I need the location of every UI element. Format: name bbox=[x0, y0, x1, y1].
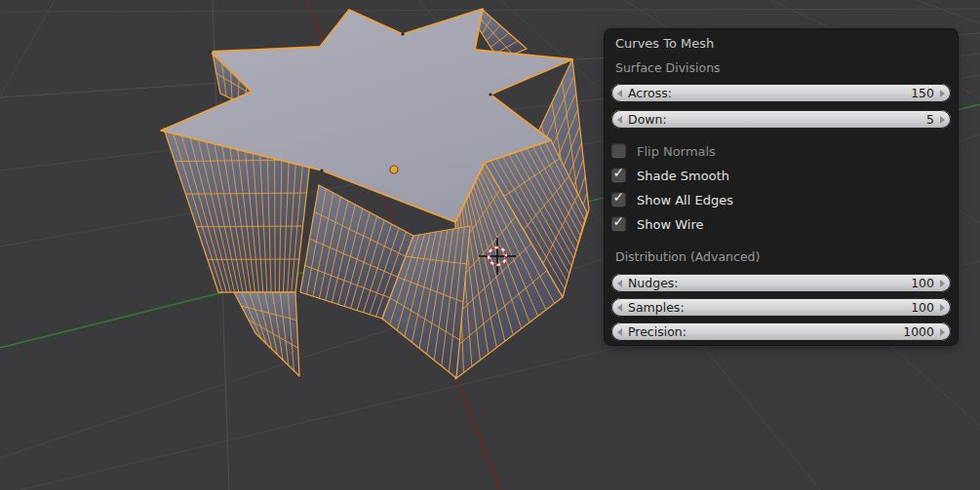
checkbox-box[interactable]: ✓ bbox=[611, 192, 626, 207]
slider-increase-arrow-icon[interactable] bbox=[940, 328, 945, 336]
slider-value: 1000 bbox=[903, 324, 934, 339]
checkbox-label: Show Wire bbox=[637, 217, 703, 232]
slider-decrease-arrow-icon[interactable] bbox=[617, 280, 622, 287]
slider-value: 100 bbox=[911, 276, 934, 290]
checkbox-box[interactable]: ✓ bbox=[611, 168, 626, 182]
slider-decrease-arrow-icon[interactable] bbox=[617, 328, 622, 336]
slider-label: Down: bbox=[628, 112, 667, 127]
slider-label: Samples: bbox=[628, 300, 685, 315]
checkbox-label: Shade Smooth bbox=[637, 169, 729, 183]
slider-decrease-arrow-icon[interactable] bbox=[617, 90, 622, 97]
checkbox-box[interactable]: ✓ bbox=[611, 216, 626, 231]
star-mesh-object[interactable] bbox=[161, 9, 589, 379]
checkbox-label: Flip Normals bbox=[637, 144, 716, 159]
slider-decrease-arrow-icon[interactable] bbox=[617, 304, 622, 312]
slider-increase-arrow-icon[interactable] bbox=[940, 280, 945, 287]
slider-label: Precision: bbox=[628, 324, 686, 339]
nudges-slider[interactable]: Nudges: 100 bbox=[611, 274, 951, 292]
object-origin-dot bbox=[390, 166, 398, 173]
across-slider[interactable]: Across: 150 bbox=[611, 84, 951, 102]
slider-increase-arrow-icon[interactable] bbox=[940, 116, 945, 124]
slider-increase-arrow-icon[interactable] bbox=[940, 90, 945, 97]
samples-slider[interactable]: Samples: 100 bbox=[611, 298, 951, 317]
surface-divisions-label: Surface Divisions bbox=[615, 60, 721, 75]
slider-increase-arrow-icon[interactable] bbox=[940, 304, 945, 312]
checkmark-icon: ✓ bbox=[613, 213, 625, 229]
distribution-advanced-label: Distribution (Advanced) bbox=[615, 249, 760, 264]
curves-to-mesh-panel: Curves To Mesh Surface Divisions Across:… bbox=[605, 29, 958, 345]
slider-value: 150 bbox=[911, 86, 934, 100]
checkbox-box[interactable]: ✓ bbox=[611, 143, 626, 158]
precision-slider[interactable]: Precision: 1000 bbox=[611, 322, 951, 341]
panel-title: Curves To Mesh bbox=[615, 36, 714, 51]
blender-window: Curves To Mesh Surface Divisions Across:… bbox=[0, 0, 980, 490]
checkbox-label: Show All Edges bbox=[637, 193, 733, 207]
checkmark-icon: ✓ bbox=[613, 165, 625, 180]
checkmark-icon: ✓ bbox=[613, 189, 625, 205]
slider-value: 5 bbox=[926, 112, 934, 127]
down-slider[interactable]: Down: 5 bbox=[611, 110, 951, 129]
slider-label: Nudges: bbox=[628, 276, 679, 290]
slider-label: Across: bbox=[628, 86, 672, 100]
slider-decrease-arrow-icon[interactable] bbox=[617, 116, 622, 124]
slider-value: 100 bbox=[911, 300, 934, 315]
